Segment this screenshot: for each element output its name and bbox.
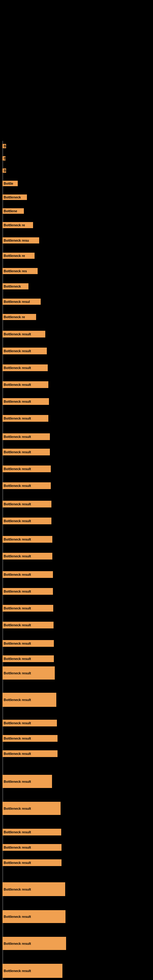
bottleneck-result-bar: Bottleneck resu <box>2 237 39 243</box>
bottleneck-result-bar: Bottleneck result <box>2 415 48 422</box>
bottleneck-result-bar: Bottleneck result <box>2 433 50 440</box>
bottleneck-result-bar: Bottleneck result <box>2 937 66 950</box>
site-title <box>0 2 153 7</box>
bottleneck-result-bar: Bottleneck result <box>2 466 51 472</box>
bottleneck-result-bar: Bottleneck resul <box>2 299 41 305</box>
bottleneck-result-bar: Bottleneck result <box>2 640 54 647</box>
bottleneck-result-bar: Bottle <box>2 181 18 186</box>
bottleneck-result-bar: Bottleneck result <box>2 605 53 612</box>
bottleneck-result-bar: Bottleneck result <box>2 735 57 742</box>
bottleneck-result-bar: Bottleneck result <box>2 720 57 726</box>
bottleneck-result-bar: Bottleneck result <box>2 331 45 337</box>
bottleneck-result-bar: Bottleneck result <box>2 622 54 628</box>
bottleneck-result-bar: B <box>2 156 5 161</box>
bottleneck-result-bar: Bottleneck result <box>2 571 53 578</box>
bottleneck-result-bar: Bottleneck result <box>2 882 65 896</box>
bottleneck-result-bar: Bottleneck res <box>2 268 38 274</box>
bottleneck-result-bar: Bottleneck result <box>2 667 55 679</box>
bottleneck-result-bar: Bottleneck result <box>2 364 48 371</box>
bottleneck-result-bar: Bottleneck result <box>2 775 52 788</box>
bottleneck-result-bar: Bottleneck result <box>2 449 50 455</box>
bottleneck-result-bar: Bottleneck result <box>2 398 49 405</box>
bottleneck-result-bar: Bottleneck result <box>2 964 62 978</box>
bottleneck-result-bar: Bottleneck result <box>2 829 61 835</box>
bottleneck-result-bar: Bottleneck result <box>2 910 65 923</box>
bottleneck-result-bar: Bottleneck result <box>2 348 47 354</box>
bottleneck-result-bar: Bottleneck result <box>2 750 57 757</box>
bottleneck-result-bar: B <box>2 144 6 148</box>
bottleneck-result-bar: Bottleneck <box>2 194 27 200</box>
bottleneck-result-bar: Bottleneck result <box>2 501 51 508</box>
bottleneck-result-bar: Bottleneck result <box>2 655 54 662</box>
bottleneck-result-bar: Bottleneck result <box>2 802 61 815</box>
bottleneck-result-bar: Bottleneck re <box>2 314 36 320</box>
bottleneck-result-bar: Bottlene <box>2 208 24 214</box>
bottleneck-result-bar: B <box>2 169 6 173</box>
bottleneck-result-bar: Bottleneck result <box>2 588 53 595</box>
bottleneck-result-bar: Bottleneck re <box>2 253 35 259</box>
bottleneck-result-bar: Bottleneck re <box>2 222 33 228</box>
bottleneck-result-bar: Bottleneck result <box>2 693 56 707</box>
bottleneck-result-bar: Bottleneck result <box>2 482 51 489</box>
bottleneck-result-bar: Bottleneck result <box>2 553 52 560</box>
bottleneck-result-bar: Bottleneck result <box>2 517 51 524</box>
bottleneck-result-bar: Bottleneck result <box>2 536 52 542</box>
vertical-axis-line <box>2 141 3 980</box>
bottleneck-result-bar: Bottleneck result <box>2 381 48 388</box>
bottleneck-result-bar: Bottleneck <box>2 283 29 290</box>
bottleneck-result-bar: Bottleneck result <box>2 859 62 866</box>
bottleneck-result-bar: Bottleneck result <box>2 844 62 851</box>
